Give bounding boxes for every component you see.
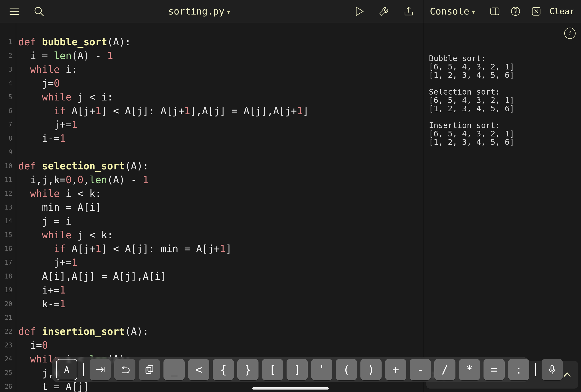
undo-key[interactable]: [114, 359, 135, 380]
key-)[interactable]: ): [360, 359, 382, 380]
editor-toolbar: sorting.py ▼: [0, 0, 423, 23]
key-'[interactable]: ': [311, 359, 332, 380]
key--[interactable]: -: [410, 359, 431, 380]
clear-button[interactable]: Clear: [550, 6, 575, 16]
menu-icon[interactable]: [7, 4, 22, 19]
key-*[interactable]: *: [459, 359, 480, 380]
console-title-label: Console: [430, 6, 469, 17]
line-number: 14: [0, 214, 13, 228]
copy-key[interactable]: [139, 359, 160, 380]
line-number: 22: [0, 324, 13, 338]
help-icon[interactable]: [508, 4, 523, 19]
caps-key[interactable]: A: [56, 359, 77, 380]
code-line[interactable]: def selection_sort(A):: [18, 159, 423, 173]
code-line[interactable]: min = A[i]: [18, 200, 423, 214]
line-number: 2: [0, 49, 13, 62]
console-output: i Bubble sort: [6, 5, 4, 3, 2, 1] [1, 2,…: [423, 23, 581, 361]
code-line[interactable]: j+=1: [18, 118, 423, 132]
code-line[interactable]: def bubble_sort(A):: [18, 35, 423, 49]
info-icon[interactable]: i: [564, 28, 576, 39]
key-/[interactable]: /: [434, 359, 456, 380]
file-title[interactable]: sorting.py ▼: [168, 6, 230, 17]
key-][interactable]: ]: [287, 359, 308, 380]
key-}[interactable]: }: [237, 359, 258, 380]
code-line[interactable]: i=0: [18, 338, 423, 352]
close-console-icon[interactable]: [529, 4, 544, 19]
svg-point-3: [35, 8, 41, 14]
code-content[interactable]: def bubble_sort(A): i = len(A) - 1 while…: [16, 23, 423, 392]
line-number: 13: [0, 200, 13, 214]
line-number: 7: [0, 118, 13, 132]
keyboard-accessory-bar: A _<{}[]'()+-/*=:: [52, 357, 529, 382]
editor-pane: sorting.py ▼ 123456789101112131415161718…: [0, 0, 423, 392]
line-number: 16: [0, 242, 13, 256]
kbd-divider: [533, 363, 538, 376]
line-number: 1: [0, 35, 13, 49]
key-[[interactable]: [: [262, 359, 283, 380]
code-line[interactable]: while j < k:: [18, 228, 423, 242]
code-line[interactable]: def insertion_sort(A):: [18, 324, 423, 338]
tab-key[interactable]: [90, 359, 111, 380]
line-number: 9: [0, 145, 13, 159]
code-line[interactable]: i = len(A) - 1: [18, 49, 423, 62]
code-line[interactable]: i+=1: [18, 283, 423, 297]
code-line[interactable]: j+=1: [18, 256, 423, 270]
dictation-key[interactable]: [542, 359, 563, 380]
key-:[interactable]: :: [508, 359, 529, 380]
home-indicator[interactable]: [252, 387, 329, 390]
share-icon[interactable]: [401, 4, 416, 19]
key-<[interactable]: <: [188, 359, 209, 380]
code-line[interactable]: if A[j+1] < A[j]: A[j+1],A[j] = A[j],A[j…: [18, 104, 423, 118]
history-up-icon[interactable]: [562, 369, 573, 380]
file-dropdown-icon: ▼: [227, 9, 230, 15]
svg-point-9: [515, 14, 516, 14]
file-name: sorting.py: [168, 6, 224, 17]
svg-rect-17: [551, 366, 554, 370]
code-line[interactable]: j=0: [18, 76, 423, 90]
line-number: 25: [0, 366, 13, 380]
key-+[interactable]: +: [385, 359, 406, 380]
key-_[interactable]: _: [163, 359, 185, 380]
console-dropdown-icon: ▼: [472, 9, 475, 15]
line-number-gutter: 1234567891011121314151617181920212223242…: [0, 23, 16, 392]
code-line[interactable]: while i < k:: [18, 187, 423, 200]
line-number: 23: [0, 338, 13, 352]
svg-rect-16: [148, 366, 153, 372]
line-number: 10: [0, 159, 13, 173]
line-number: 17: [0, 256, 13, 270]
key-{[interactable]: {: [213, 359, 234, 380]
svg-line-4: [41, 13, 43, 16]
code-line[interactable]: [18, 145, 423, 159]
tools-icon[interactable]: [377, 4, 391, 19]
svg-rect-15: [146, 368, 151, 374]
console-toolbar: Console ▼ Clear: [423, 0, 581, 23]
layout-toggle-icon[interactable]: [488, 4, 502, 19]
code-line[interactable]: i,j,k=0,0,len(A) - 1: [18, 173, 423, 187]
key-([interactable]: (: [336, 359, 357, 380]
search-icon[interactable]: [31, 4, 46, 19]
run-icon[interactable]: [352, 4, 367, 19]
line-number: 8: [0, 132, 13, 145]
app-root: sorting.py ▼ 123456789101112131415161718…: [0, 0, 581, 392]
console-title[interactable]: Console ▼: [430, 6, 475, 17]
code-line[interactable]: [18, 311, 423, 324]
svg-marker-5: [356, 7, 363, 16]
console-pane: Console ▼ Clear i Bubble sort: [6, 5, 4,…: [423, 0, 581, 392]
key-=[interactable]: =: [484, 359, 505, 380]
code-line[interactable]: k-=1: [18, 297, 423, 311]
code-line[interactable]: i-=1: [18, 132, 423, 145]
code-area[interactable]: 1234567891011121314151617181920212223242…: [0, 23, 423, 392]
kbd-divider: [81, 363, 86, 376]
code-line[interactable]: if A[j+1] < A[j]: min = A[j+1]: [18, 242, 423, 256]
svg-rect-6: [491, 8, 499, 15]
console-output-text: Bubble sort: [6, 5, 4, 3, 2, 1] [1, 2, 3…: [429, 54, 576, 146]
line-number: 6: [0, 104, 13, 118]
main-split: sorting.py ▼ 123456789101112131415161718…: [0, 0, 581, 392]
code-line[interactable]: j = i: [18, 214, 423, 228]
code-line[interactable]: while i:: [18, 62, 423, 76]
line-number: 18: [0, 270, 13, 283]
code-line[interactable]: A[i],A[j] = A[j],A[i]: [18, 270, 423, 283]
line-number: 11: [0, 173, 13, 187]
line-number: 24: [0, 352, 13, 366]
code-line[interactable]: while j < i:: [18, 90, 423, 104]
